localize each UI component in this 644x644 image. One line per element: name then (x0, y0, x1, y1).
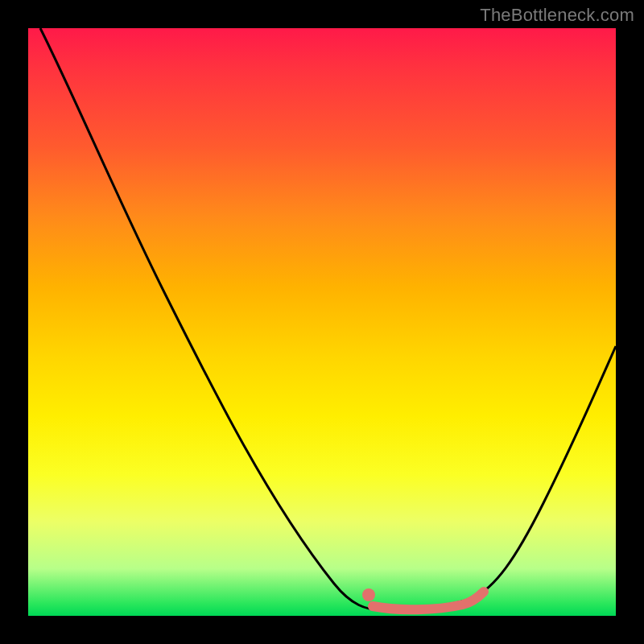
bottleneck-curve (40, 28, 616, 610)
watermark-text: TheBottleneck.com (480, 5, 634, 26)
highlight-segment (373, 592, 484, 609)
plot-area (28, 28, 616, 616)
chart-frame: TheBottleneck.com (0, 0, 644, 644)
highlight-dot (362, 588, 375, 601)
chart-svg (28, 28, 616, 616)
